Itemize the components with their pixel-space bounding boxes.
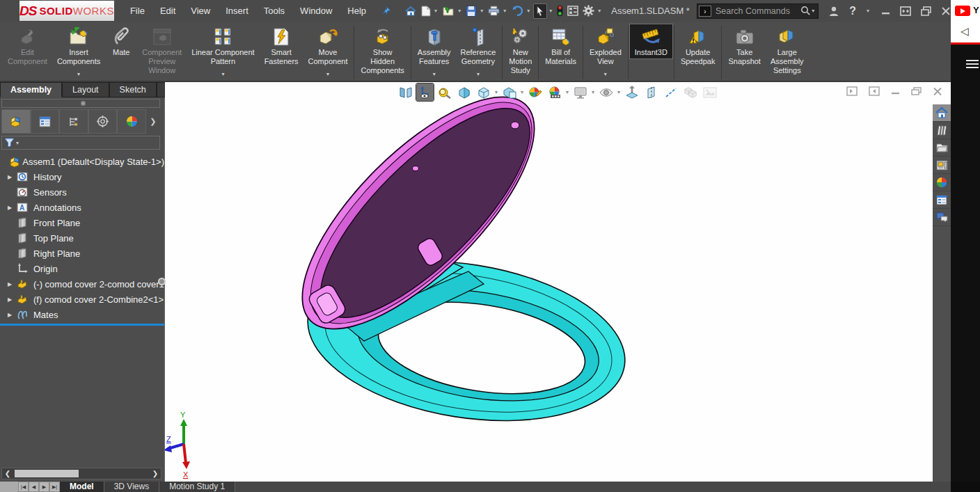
bill-of-materials-button[interactable]: Bill of Materials xyxy=(540,24,581,68)
view-orientation-dropdown[interactable]: ▾ xyxy=(495,89,498,95)
tab-layout[interactable]: Layout xyxy=(62,82,109,97)
tab-motion-study-1[interactable]: Motion Study 1 xyxy=(159,482,235,492)
measure-icon[interactable] xyxy=(662,84,679,101)
menu-help[interactable]: Help xyxy=(340,0,374,22)
splitter-dot[interactable] xyxy=(81,101,86,106)
undo-dropdown[interactable]: ▾ xyxy=(527,8,530,14)
save-button[interactable] xyxy=(464,4,478,18)
collapse-right-pane-icon[interactable] xyxy=(869,86,880,96)
menu-tools[interactable]: Tools xyxy=(256,0,292,22)
exploded-view-dropdown[interactable] xyxy=(604,66,607,79)
search-dropdown[interactable]: ▾ xyxy=(812,8,814,14)
mate-button[interactable]: Mate xyxy=(105,24,137,58)
panel-resize-handle[interactable] xyxy=(158,278,166,285)
menu-window[interactable]: Window xyxy=(292,0,340,22)
property-manager-tab[interactable] xyxy=(31,109,60,134)
view-settings-icon[interactable] xyxy=(571,84,589,101)
tab-assembly[interactable]: Assembly xyxy=(0,82,62,97)
scroll-left-arrow[interactable]: ❮ xyxy=(2,470,13,477)
forum-icon[interactable] xyxy=(933,209,951,226)
select-tool-dropdown[interactable]: ▾ xyxy=(549,8,552,14)
prev-tab-button[interactable]: ◀ xyxy=(29,482,39,492)
hide-show-items-icon[interactable] xyxy=(597,84,615,101)
appearances-scenes-icon[interactable] xyxy=(933,174,951,191)
tree-item-front-plane[interactable]: Front Plane xyxy=(4,215,164,230)
insert-components-dropdown[interactable] xyxy=(77,66,80,79)
search-commands-box[interactable]: › Search Commands ▾ xyxy=(697,3,819,19)
tree-item-top-plane[interactable]: Top Plane xyxy=(4,230,164,246)
dim-xpert-tab[interactable] xyxy=(88,109,118,134)
interference-lights-icon[interactable] xyxy=(555,3,564,18)
tree-item-sensors[interactable]: Sensors xyxy=(4,184,164,200)
reference-geometry-button[interactable]: Reference Geometry xyxy=(456,24,501,80)
minimize-document-icon[interactable] xyxy=(891,87,900,95)
scroll-right-arrow[interactable]: ❯ xyxy=(150,470,161,477)
display-style-icon[interactable] xyxy=(500,84,518,101)
minimize-window-icon[interactable] xyxy=(881,6,890,15)
close-window-icon[interactable] xyxy=(941,6,951,16)
edit-component-button[interactable]: Edit Component xyxy=(3,24,52,68)
next-tab-button[interactable]: ▶ xyxy=(39,482,49,492)
tree-item-annotations[interactable]: ▶ A Annotations xyxy=(4,200,164,215)
tree-item-origin[interactable]: Origin xyxy=(4,261,164,276)
search-input[interactable]: Search Commands xyxy=(716,6,800,16)
display-pane-button[interactable] xyxy=(566,4,580,17)
new-document-button[interactable] xyxy=(420,4,432,18)
panel-tabs-expand-icon[interactable]: ❯ xyxy=(146,109,160,134)
linear-component-pattern-button[interactable]: Linear Component Pattern xyxy=(187,24,260,80)
tree-item-right-plane[interactable]: Right Plane xyxy=(4,246,164,261)
tree-item-comod-combine2[interactable]: ▶ (f) comod cover 2-Combine2<1> xyxy=(4,292,164,307)
tree-item-mates[interactable]: ▶ Mates xyxy=(4,307,164,322)
tree-filter-row[interactable]: ▾ xyxy=(1,136,160,150)
edit-appearance-icon[interactable] xyxy=(526,84,544,101)
linear-pattern-dropdown[interactable] xyxy=(221,66,224,79)
tab-model[interactable]: Model xyxy=(60,482,104,492)
zoom-to-fit-icon[interactable] xyxy=(397,84,414,101)
restore-document-icon[interactable] xyxy=(911,87,922,96)
print-button[interactable] xyxy=(487,4,501,17)
search-icon[interactable] xyxy=(800,6,811,16)
large-assembly-settings-button[interactable]: Large Assembly Settings xyxy=(766,24,809,77)
collapse-left-pane-icon[interactable] xyxy=(846,86,858,96)
apply-scene-dropdown[interactable]: ▾ xyxy=(566,89,569,95)
custom-properties-icon[interactable] xyxy=(933,191,951,209)
tab-sketch[interactable]: Sketch xyxy=(109,82,157,97)
model-viewport[interactable]: Y Z X xyxy=(165,82,951,482)
rollback-bar[interactable] xyxy=(0,324,164,326)
help-dropdown[interactable]: ▾ xyxy=(867,8,869,14)
previous-view-icon[interactable] xyxy=(455,84,473,101)
reference-geometry-dropdown[interactable] xyxy=(477,66,480,79)
move-component-button[interactable]: Move Component xyxy=(303,24,353,80)
first-tab-button[interactable]: |◀ xyxy=(18,482,29,492)
design-library-icon[interactable] xyxy=(933,122,951,139)
section-arrow-icon[interactable] xyxy=(623,84,640,101)
home-button[interactable] xyxy=(403,4,418,18)
move-component-dropdown[interactable] xyxy=(326,66,329,79)
hamburger-menu-icon[interactable] xyxy=(966,60,979,69)
smart-fasteners-button[interactable]: Smart Fasteners xyxy=(260,24,303,68)
display-style-dropdown[interactable]: ▾ xyxy=(521,89,523,95)
view-settings-dropdown[interactable]: ▾ xyxy=(592,89,594,95)
assembly-features-button[interactable]: Assembly Features xyxy=(413,24,456,80)
open-document-dropdown[interactable]: ▾ xyxy=(458,8,461,14)
new-document-dropdown[interactable]: ▾ xyxy=(434,8,437,14)
pin-menu-icon[interactable] xyxy=(381,6,392,17)
show-hidden-components-button[interactable]: Show Hidden Components xyxy=(356,24,409,77)
open-document-button[interactable] xyxy=(441,4,456,18)
panel-splitter[interactable] xyxy=(1,99,160,108)
file-explorer-icon[interactable] xyxy=(933,139,951,157)
tab-3d-views[interactable]: 3D Views xyxy=(104,482,159,492)
display-manager-tab[interactable] xyxy=(117,109,146,134)
configuration-manager-tab[interactable] xyxy=(59,109,88,134)
zoom-to-area-icon[interactable] xyxy=(436,84,453,101)
print-dropdown[interactable]: ▾ xyxy=(503,8,506,14)
menu-edit[interactable]: Edit xyxy=(152,0,183,22)
undo-button[interactable] xyxy=(509,4,525,17)
view-orientation-icon[interactable] xyxy=(475,84,492,101)
select-tool-button[interactable] xyxy=(533,3,547,19)
tree-root[interactable]: Assem1 (Default<Display State-1>) xyxy=(0,154,164,169)
menu-insert[interactable]: Insert xyxy=(218,0,256,22)
back-arrow-icon[interactable]: ◁ xyxy=(961,25,969,38)
menu-view[interactable]: View xyxy=(183,0,218,22)
login-user-icon[interactable] xyxy=(828,6,839,17)
